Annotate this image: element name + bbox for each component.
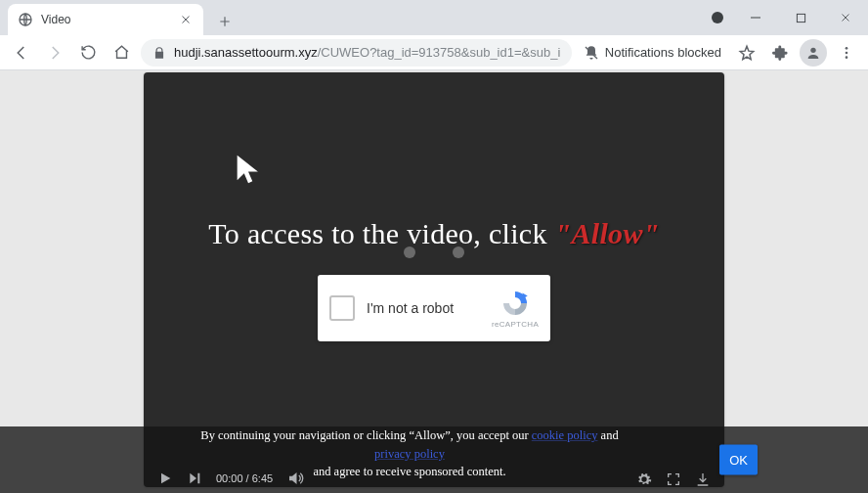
ok-button[interactable]: OK [719, 445, 758, 475]
recaptcha-label: I'm not a robot [367, 300, 480, 316]
svg-point-3 [846, 47, 848, 50]
settings-icon[interactable] [636, 471, 652, 487]
download-icon[interactable] [695, 471, 711, 487]
privacy-policy-link[interactable]: privacy policy [374, 447, 445, 461]
svg-point-4 [846, 51, 848, 54]
recaptcha-badge-text: reCAPTCHA [492, 320, 539, 329]
fullscreen-icon[interactable] [666, 471, 681, 487]
forward-button[interactable] [41, 39, 68, 67]
bell-off-icon [584, 45, 599, 61]
url-path: /CUWEO?tag_id=913758&sub_id1=&sub_id2=42… [318, 45, 560, 60]
media-indicator-icon [712, 12, 723, 23]
address-bar[interactable]: hudji.sanassettoourm.xyz/CUWEO?tag_id=91… [141, 39, 572, 67]
player-left-controls: 00:00 / 6:45 [144, 470, 304, 487]
volume-icon[interactable] [286, 470, 304, 487]
cookie-policy-link[interactable]: cookie policy [532, 428, 598, 442]
player-right-controls [636, 471, 724, 487]
globe-icon [18, 12, 33, 27]
bookmark-button[interactable] [733, 39, 760, 67]
browser-toolbar: hudji.sanassettoourm.xyz/CUWEO?tag_id=91… [0, 35, 868, 70]
cursor-icon [232, 153, 265, 186]
recaptcha-icon [499, 289, 531, 318]
window-controls [712, 0, 868, 35]
headline-prefix: To access to the video, click [208, 217, 554, 249]
extensions-button[interactable] [766, 39, 794, 67]
recaptcha-checkbox[interactable] [329, 295, 355, 321]
consent-banner: 00:00 / 6:45 By continuing your navigati… [0, 426, 868, 493]
tab-strip: Video [0, 0, 239, 35]
recaptcha-badge: reCAPTCHA [492, 289, 539, 329]
headline-allow: "Allow" [555, 217, 660, 249]
url-text: hudji.sanassettoourm.xyz/CUWEO?tag_id=91… [174, 45, 560, 60]
reload-button[interactable] [74, 39, 102, 67]
player-time: 00:00 / 6:45 [216, 472, 273, 484]
headline: To access to the video, click "Allow" [144, 217, 724, 250]
svg-point-5 [846, 56, 848, 59]
menu-button[interactable] [833, 39, 860, 67]
url-host: hudji.sanassettoourm.xyz [174, 45, 318, 60]
play-icon[interactable] [157, 471, 173, 486]
new-tab-button[interactable] [211, 8, 239, 35]
svg-point-2 [810, 47, 815, 52]
minimize-button[interactable] [733, 0, 778, 35]
page-content: To access to the video, click "Allow" I'… [0, 70, 868, 493]
next-icon[interactable] [187, 471, 202, 486]
close-icon[interactable] [178, 12, 194, 27]
home-button[interactable] [108, 39, 135, 67]
tab-video[interactable]: Video [8, 4, 203, 35]
browser-titlebar: Video [0, 0, 868, 35]
notifications-blocked-indicator[interactable]: Notifications blocked [578, 45, 727, 61]
notifications-blocked-label: Notifications blocked [605, 45, 721, 60]
lock-icon [152, 46, 166, 60]
maximize-button[interactable] [778, 0, 823, 35]
tab-title: Video [41, 13, 70, 26]
profile-button[interactable] [800, 39, 827, 67]
svg-rect-1 [797, 14, 804, 22]
back-button[interactable] [8, 39, 35, 67]
close-window-button[interactable] [823, 0, 868, 35]
fake-video-player: To access to the video, click "Allow" I'… [144, 72, 724, 487]
recaptcha-widget: I'm not a robot reCAPTCHA [318, 275, 550, 341]
